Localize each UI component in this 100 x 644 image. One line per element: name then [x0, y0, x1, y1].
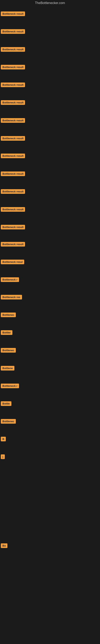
bottleneck-tag[interactable]: Bottleneck res	[1, 295, 22, 300]
site-title: TheBottlenecker.com	[0, 0, 100, 6]
bottleneck-tag[interactable]: Bottlenec	[1, 348, 16, 352]
bottleneck-tag[interactable]: Bottleneck r	[1, 277, 19, 282]
bottleneck-tag[interactable]: Bottleneck resul	[1, 260, 24, 264]
bottleneck-tag[interactable]: Bottleneck result	[1, 47, 25, 52]
bottleneck-tag[interactable]: Bottleneck result	[1, 242, 25, 246]
bottleneck-tag[interactable]: Bottleneck result	[1, 172, 25, 176]
bottleneck-tag[interactable]: Bottleneck result	[1, 136, 25, 141]
bottleneck-tag[interactable]: B	[1, 437, 6, 441]
bottleneck-tag[interactable]: Bottleneck result	[1, 29, 25, 34]
bottleneck-tag[interactable]: |	[1, 454, 5, 459]
bottleneck-tag[interactable]: Bottleneck r	[1, 384, 19, 388]
bottleneck-tag[interactable]: Bottlene	[1, 366, 14, 370]
bottleneck-tag[interactable]: Bottleneck result	[1, 225, 25, 230]
bottleneck-tag[interactable]: Bottleneck result	[1, 12, 25, 16]
bottleneck-tag[interactable]: Bottleneck result	[1, 65, 25, 70]
bottleneck-tag[interactable]: Bottleneck result	[1, 154, 25, 158]
bottleneck-tag[interactable]: Bottleneck result	[1, 100, 25, 105]
bottleneck-tag[interactable]: Bottle	[1, 401, 11, 406]
bottleneck-tag[interactable]: Bottlenec	[1, 419, 16, 424]
bottleneck-tag[interactable]: Bottleneck result	[1, 207, 25, 212]
bottleneck-tag[interactable]: Bottlenec	[1, 312, 16, 317]
bottleneck-tag[interactable]: Bottleneck result	[1, 189, 25, 194]
bottleneck-tag[interactable]: Bottleneck result	[1, 118, 25, 123]
bottleneck-tag[interactable]: Bottleneck result	[1, 82, 25, 87]
bottleneck-tag[interactable]: Bottler	[1, 330, 12, 335]
bottleneck-tag[interactable]: Bo	[1, 544, 7, 548]
